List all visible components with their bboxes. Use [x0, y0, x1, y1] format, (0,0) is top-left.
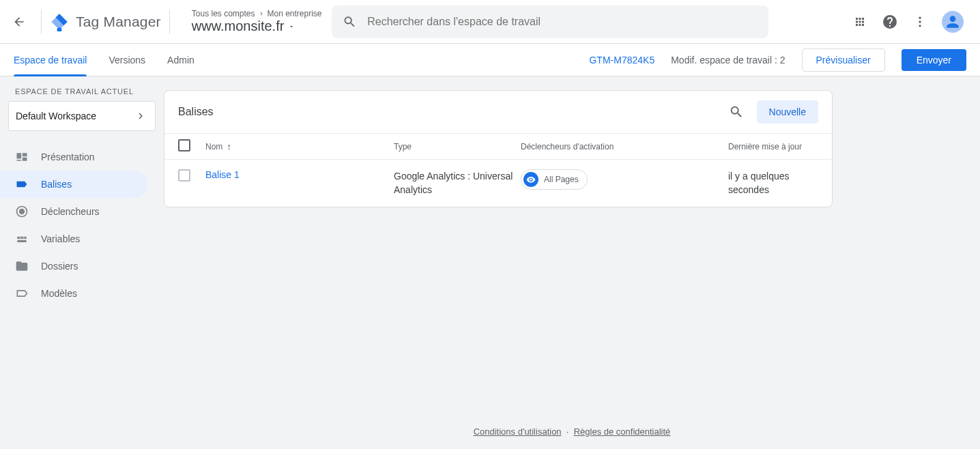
brick-icon: [15, 232, 29, 246]
tab-admin[interactable]: Admin: [167, 44, 194, 76]
footer: Conditions d'utilisation · Règles de con…: [164, 417, 980, 449]
svg-point-1: [919, 16, 921, 18]
search-icon: [729, 104, 744, 119]
label-outline-icon: [15, 287, 29, 300]
nav-item-triggers[interactable]: Déclencheurs: [0, 198, 147, 225]
nav-label: Déclencheurs: [41, 206, 100, 217]
chip-label: All Pages: [544, 175, 579, 184]
divider: [41, 10, 42, 34]
back-button[interactable]: [11, 14, 27, 30]
nav-label: Dossiers: [41, 261, 78, 272]
app-header: Tag Manager Tous les comptes Mon entrepr…: [0, 0, 980, 44]
terms-link[interactable]: Conditions d'utilisation: [474, 426, 562, 437]
footer-separator: ·: [566, 426, 569, 437]
nav-label: Présentation: [41, 151, 95, 162]
sort-asc-icon: ↑: [227, 141, 231, 152]
body: ESPACE DE TRAVAIL ACTUEL Default Workspa…: [0, 76, 980, 449]
column-header-updated[interactable]: Dernière mise à jour: [728, 142, 818, 151]
tag-name-link[interactable]: Balise 1: [205, 169, 240, 180]
apps-grid-icon: [854, 16, 866, 28]
nav-item-variables[interactable]: Variables: [0, 225, 147, 252]
nav-item-tags[interactable]: Balises: [0, 171, 147, 198]
table-header-row: Nom ↑ Type Déclencheurs d'activation Der…: [164, 133, 832, 160]
sub-header: Espace de travail Versions Admin GTM-M78…: [0, 44, 980, 76]
card-header: Balises Nouvelle: [164, 91, 832, 133]
trigger-chip[interactable]: All Pages: [521, 169, 588, 190]
dashboard-icon: [15, 150, 29, 164]
container-id[interactable]: GTM-M7824K5: [589, 55, 654, 66]
new-tag-button[interactable]: Nouvelle: [757, 100, 818, 124]
breadcrumb[interactable]: Tous les comptes Mon entreprise: [192, 9, 322, 18]
divider: [169, 10, 170, 34]
search-input[interactable]: [367, 16, 757, 28]
tag-updated: il y a quelques secondes: [728, 169, 818, 197]
header-right: [852, 11, 975, 33]
person-icon: [944, 13, 962, 31]
submit-button[interactable]: Envoyer: [902, 49, 966, 71]
svg-point-5: [20, 209, 25, 214]
search-icon: [343, 14, 357, 29]
help-icon: [882, 14, 898, 30]
tab-versions[interactable]: Versions: [109, 44, 145, 76]
svg-point-2: [919, 20, 921, 23]
nav-item-overview[interactable]: Présentation: [0, 143, 147, 171]
current-workspace-label: ESPACE DE TRAVAIL ACTUEL: [0, 76, 164, 101]
tab-workspace[interactable]: Espace de travail: [14, 44, 87, 76]
product-name: Tag Manager: [76, 14, 161, 30]
column-header-type[interactable]: Type: [394, 142, 521, 151]
nav-label: Modèles: [41, 288, 77, 299]
product-logo-block[interactable]: Tag Manager: [50, 12, 161, 31]
card-search-button[interactable]: [728, 104, 745, 120]
help-button[interactable]: [882, 14, 898, 30]
tag-manager-logo-icon: [50, 12, 69, 31]
nav-item-folders[interactable]: Dossiers: [0, 252, 147, 280]
svg-point-3: [919, 25, 921, 27]
card-title: Balises: [178, 106, 214, 118]
privacy-link[interactable]: Règles de confidentialité: [574, 426, 671, 437]
more-vert-icon: [913, 15, 927, 29]
column-header-triggers[interactable]: Déclencheurs d'activation: [521, 142, 728, 151]
arrow-left-icon: [12, 15, 26, 29]
container-selector[interactable]: www.monsite.fr: [192, 18, 322, 34]
column-header-name[interactable]: Nom ↑: [205, 141, 394, 152]
nav-label: Variables: [41, 233, 80, 244]
workspace-selector[interactable]: Default Workspace: [8, 101, 156, 131]
nav-item-templates[interactable]: Modèles: [0, 280, 147, 307]
chevron-right-icon: [258, 10, 265, 17]
tag-icon: [15, 177, 29, 191]
subheader-right: GTM-M7824K5 Modif. espace de travail : 2…: [589, 48, 966, 72]
target-icon: [15, 205, 29, 218]
pageview-icon: [523, 172, 538, 187]
apps-button[interactable]: [852, 14, 868, 30]
breadcrumb-company[interactable]: Mon entreprise: [268, 9, 322, 18]
dropdown-arrow-icon: [288, 23, 295, 30]
search-box[interactable]: [332, 5, 768, 38]
container-name: www.monsite.fr: [192, 18, 285, 34]
sidebar: ESPACE DE TRAVAIL ACTUEL Default Workspa…: [0, 76, 164, 449]
breadcrumb-accounts[interactable]: Tous les comptes: [192, 9, 255, 18]
account-breadcrumb-block: Tous les comptes Mon entreprise www.mons…: [192, 9, 322, 34]
row-checkbox[interactable]: [178, 169, 190, 182]
account-avatar[interactable]: [942, 11, 964, 33]
workspace-name: Default Workspace: [16, 111, 96, 121]
preview-button[interactable]: Prévisualiser: [802, 48, 885, 72]
main-tabs: Espace de travail Versions Admin: [14, 44, 194, 76]
nav-list: Présentation Balises Déclencheurs Variab…: [0, 141, 164, 307]
more-button[interactable]: [912, 14, 928, 30]
tag-type: Google Analytics : Universal Analytics: [394, 169, 521, 197]
chevron-right-icon: [134, 110, 147, 122]
nav-label: Balises: [41, 179, 72, 190]
tags-card: Balises Nouvelle Nom ↑ Type Déclencheurs…: [164, 90, 833, 207]
workspace-changes[interactable]: Modif. espace de travail : 2: [671, 55, 785, 66]
main-content: Balises Nouvelle Nom ↑ Type Déclencheurs…: [164, 76, 980, 449]
table-row[interactable]: Balise 1 Google Analytics : Universal An…: [164, 160, 832, 207]
select-all-checkbox[interactable]: [178, 139, 190, 151]
folder-icon: [15, 259, 29, 273]
